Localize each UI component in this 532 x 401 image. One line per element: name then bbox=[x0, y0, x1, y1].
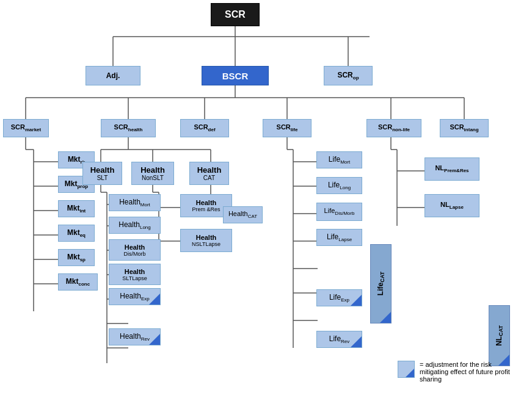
scr-root: SCR bbox=[211, 3, 260, 26]
health-slt-lapse: Health SLTLapse bbox=[109, 264, 161, 285]
life-lapse: LifeLapse bbox=[316, 229, 362, 246]
life-long: LifeLong bbox=[316, 177, 362, 194]
life-mort: LifeMort bbox=[316, 151, 362, 168]
nl-lapse: NLLapse bbox=[425, 194, 479, 217]
scr-nonlife: SCRnon-life bbox=[366, 119, 421, 137]
health-long: HealthLong bbox=[109, 217, 161, 234]
scrop-node: SCRop bbox=[324, 66, 373, 85]
life-exp: LifeExp bbox=[316, 289, 362, 306]
scr-market: SCRmarket bbox=[3, 119, 49, 137]
mkt-eq: Mkteq bbox=[58, 225, 95, 242]
health-slt: Health SLT bbox=[82, 162, 122, 185]
health-mort: HealthMort bbox=[109, 194, 161, 211]
adj-node: Adj. bbox=[86, 66, 140, 85]
legend-text: = adjustment for the risk mitigating eff… bbox=[420, 361, 520, 383]
legend: = adjustment for the risk mitigating eff… bbox=[398, 361, 520, 383]
health-rev: HealthRev bbox=[109, 328, 161, 345]
life-rev: LifeRev bbox=[316, 331, 362, 348]
mkt-int: Mktint bbox=[58, 200, 95, 217]
nl-cat: NLCAT bbox=[489, 305, 510, 366]
legend-icon bbox=[398, 361, 415, 378]
health-cat: Health CAT bbox=[189, 162, 229, 185]
scr-life: SCRlife bbox=[263, 119, 312, 137]
health-exp: HealthExp bbox=[109, 288, 161, 305]
nl-prem-res: NLPrem&Res bbox=[425, 157, 479, 181]
scr-intang: SCRintang bbox=[440, 119, 489, 137]
diagram: SCR Adj. BSCR SCRop SCRmarket SCRhealth … bbox=[0, 0, 532, 401]
mkt-conc: Mktconc bbox=[58, 273, 98, 291]
life-cat: LifeCAT bbox=[370, 244, 392, 323]
health-cat2: HealthCAT bbox=[223, 206, 263, 223]
scr-health: SCRhealth bbox=[101, 119, 156, 137]
scr-def: SCRdef bbox=[180, 119, 229, 137]
health-nonslt: Health NonSLT bbox=[131, 162, 174, 185]
bscr-node: BSCR bbox=[202, 66, 269, 85]
health-dis-morb: Health Dis/Morb bbox=[109, 239, 161, 261]
mkt-sp: Mktsp bbox=[58, 249, 95, 266]
life-dis-morb: LifeDis/Morb bbox=[316, 203, 362, 221]
health-nslt-lapse: Health NSLTLapse bbox=[180, 229, 232, 252]
